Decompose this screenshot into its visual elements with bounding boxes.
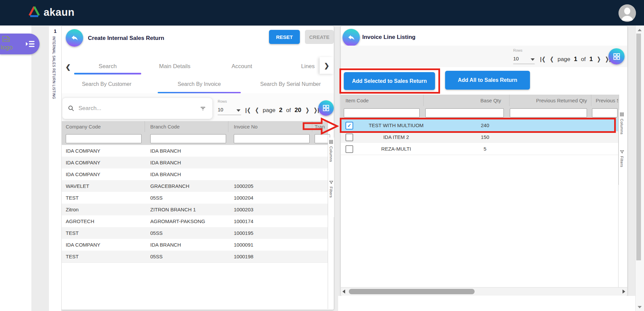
tab-main-details[interactable]: Main Details — [148, 63, 202, 70]
horizontal-scrollbar-thumb[interactable] — [349, 289, 475, 294]
filter-invoice-no-input[interactable] — [234, 134, 310, 143]
rows-per-page-label: Rows — [218, 99, 227, 103]
table-row[interactable]: IDA COMPANY IDA BRANCH — [61, 145, 328, 157]
grid-view-button[interactable] — [318, 100, 334, 116]
annotation-arrow-right — [303, 117, 339, 135]
add-all-to-sales-return-button[interactable]: Add All to Sales Return — [445, 71, 530, 90]
grid-view-button[interactable] — [608, 48, 625, 64]
table-row[interactable]: TEST 05SS 1000204 — [61, 192, 328, 204]
subtab-search-by-invoice[interactable]: Search By Invoice — [166, 81, 233, 87]
rows-per-page-select[interactable]: 10 — [513, 56, 519, 61]
create-internal-sales-return-panel: Create Internal Sales Return RESET CREAT… — [61, 26, 334, 310]
table-row[interactable]: Zitron ZITRON BRANCH 1 1000203 — [61, 204, 328, 216]
filter-previous-s-input[interactable] — [592, 108, 618, 117]
prev-page-button[interactable]: ❬ — [549, 56, 554, 63]
subtab-search-by-serial-number[interactable]: Search By Serial Number — [252, 81, 329, 87]
table-row[interactable]: TEST 05SS 1000195 — [61, 227, 328, 239]
chevron-right-icon: ❯ — [324, 62, 329, 69]
tab-account[interactable]: Account — [215, 63, 269, 70]
table-row[interactable]: AGROTECH AGROMART-PAKSONG 1000174 — [61, 215, 328, 227]
column-header-invoice-no[interactable]: Invoice No — [234, 124, 258, 129]
filter-item-code-input[interactable] — [344, 108, 420, 117]
column-header-branch-code[interactable]: Branch Code — [150, 124, 180, 129]
rows-per-page-select[interactable]: 10 — [218, 107, 223, 112]
filters-side-tab[interactable]: Filters — [328, 178, 334, 217]
page-scrollbar-thumb[interactable] — [636, 34, 641, 260]
scroll-right-arrow-icon[interactable] — [623, 290, 625, 294]
page: akaun logo — [0, 0, 644, 311]
create-button[interactable]: CREATE — [305, 30, 334, 44]
page-scrollbar[interactable] — [635, 25, 644, 311]
active-tab-indicator — [74, 73, 141, 74]
annotation-rect-selected-row — [340, 118, 616, 133]
table-row[interactable]: TEST 05SS 1000198 — [61, 251, 328, 263]
table-row[interactable]: IDA ITEM 2 150 — [341, 131, 619, 143]
module-tab-label: INTERNAL SALES RETURN LISTING — [52, 36, 56, 99]
filter-base-qty-input[interactable] — [425, 108, 504, 117]
tabs-scroll-left-icon[interactable]: ❮ — [65, 63, 71, 71]
columns-side-tab[interactable]: Columns — [328, 138, 334, 180]
table-row[interactable]: IDA COMPANY IDA BRANCH — [61, 168, 328, 180]
broken-image-icon — [2, 36, 10, 44]
brand-name: akaun — [44, 6, 74, 18]
first-page-button[interactable]: |❬ — [540, 56, 546, 63]
search-box[interactable] — [62, 98, 213, 119]
filter-previous-returned-qty-input[interactable] — [510, 108, 587, 117]
table-row[interactable]: IDA COMPANY IDA BRANCH — [61, 157, 328, 169]
collapse-menu-icon[interactable] — [25, 40, 36, 48]
reset-button[interactable]: RESET — [269, 30, 300, 44]
column-header-previous-returned-qty[interactable]: Previous Returned Qty — [509, 98, 587, 103]
subtab-search-by-customer[interactable]: Search By Customer — [73, 81, 140, 87]
rows-select-underline — [513, 64, 535, 64]
tab-search[interactable]: Search — [81, 63, 135, 70]
filter-company-code-input[interactable] — [66, 134, 142, 143]
left-table-filter-row — [61, 132, 328, 145]
table-row[interactable]: WAVELET GRACEBRANCH 1000205 — [61, 180, 328, 192]
search-icon — [68, 105, 74, 112]
rows-select-caret-icon[interactable] — [531, 58, 535, 61]
column-header-base-qty[interactable]: Base Qty — [423, 98, 501, 103]
filter-branch-code-input[interactable] — [150, 134, 226, 143]
first-page-button[interactable]: |❬ — [245, 107, 251, 114]
row-checkbox[interactable] — [345, 134, 353, 141]
filters-side-tab[interactable]: Filters — [619, 148, 625, 185]
next-page-button[interactable]: ❭ — [305, 107, 309, 114]
module-tab-strip[interactable]: 1 INTERNAL SALES RETURN LISTING — [49, 26, 62, 311]
brand-logo: akaun — [28, 6, 74, 19]
filter-list-icon[interactable] — [200, 105, 206, 112]
column-header-company-code[interactable]: Company Code — [66, 124, 101, 129]
rows-select-underline — [218, 115, 241, 115]
back-button[interactable] — [66, 29, 83, 47]
invoice-line-listing-panel: Invoice Line Listing Rows 10 |❬ ❬ page 1… — [341, 26, 627, 296]
back-button[interactable] — [342, 29, 360, 46]
page-current: 2 — [279, 107, 282, 114]
columns-side-tab[interactable]: Columns — [619, 110, 625, 150]
page-title: Invoice Line Listing — [362, 34, 416, 41]
row-checkbox[interactable] — [345, 145, 353, 153]
scroll-down-arrow-icon[interactable] — [638, 306, 642, 308]
tabs-scroll-right-button[interactable]: ❯ — [320, 57, 334, 74]
column-header-previous-s[interactable]: Previous S — [596, 98, 619, 103]
column-header-item-code[interactable]: Item Code — [345, 98, 369, 103]
of-word: of — [581, 56, 586, 63]
app-sidebar — [0, 25, 32, 311]
next-page-button[interactable]: ❭ — [596, 56, 601, 63]
funnel-icon — [329, 180, 333, 185]
user-avatar[interactable] — [619, 4, 636, 22]
prev-page-button[interactable]: ❬ — [255, 107, 259, 114]
sidebar-logo-pill[interactable]: logo — [0, 34, 40, 54]
brand-triangle-icon — [28, 6, 40, 19]
scroll-left-arrow-icon[interactable] — [342, 290, 345, 294]
left-table-body: IDA COMPANY IDA BRANCH IDA COMPANY IDA B… — [61, 145, 328, 263]
rows-select-caret-icon[interactable] — [236, 109, 240, 112]
page-total: 20 — [294, 107, 301, 114]
page-word: page — [557, 56, 570, 63]
table-row[interactable]: REZA-MULTI 5 — [341, 143, 619, 155]
top-app-bar: akaun — [0, 0, 644, 25]
pagination: |❬ ❬ page 1 of 1 ❭ ❭| — [540, 56, 610, 63]
horizontal-scrollbar[interactable] — [341, 287, 627, 296]
module-tab-index: 1 — [49, 28, 61, 34]
table-row[interactable]: IDA COMPANY IDA BRANCH 1000091 — [61, 239, 328, 251]
scroll-up-arrow-icon[interactable] — [638, 29, 642, 31]
search-input[interactable] — [78, 105, 200, 112]
